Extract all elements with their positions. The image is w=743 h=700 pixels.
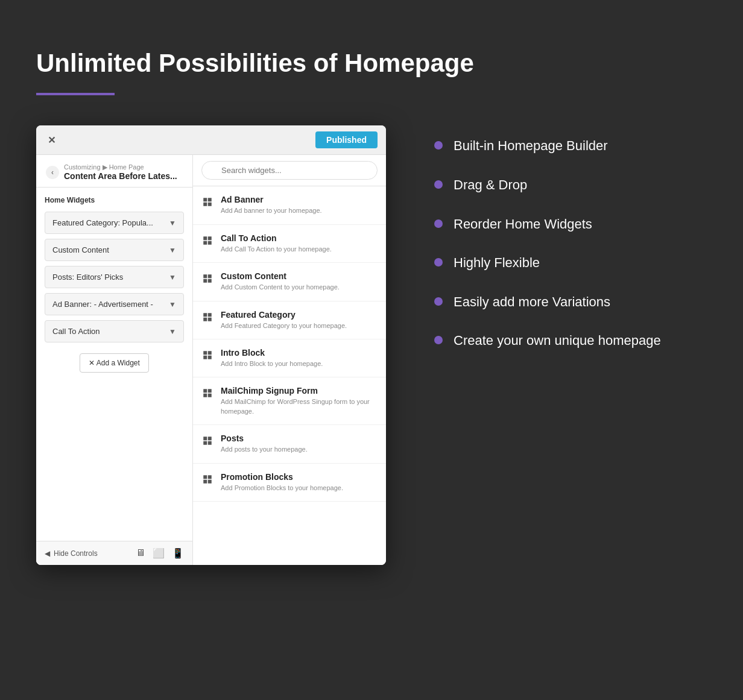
svg-rect-29 [208, 475, 212, 479]
chevron-down-icon: ▼ [169, 246, 176, 254]
widget-item-label: Featured Category: Popula... [52, 218, 153, 227]
widget-list-name: MailChimp Signup Form [221, 386, 378, 396]
feature-bullet [434, 258, 443, 266]
widget-list-icon [201, 473, 213, 485]
chevron-down-icon: ▼ [169, 219, 176, 227]
left-panel-content: Home Widgets Featured Category: Popula..… [36, 188, 192, 541]
widget-list-desc: Add Featured Category to your homepage. [221, 321, 347, 330]
widget-list-item[interactable]: Ad Banner Add Ad banner to your homepage… [193, 186, 386, 224]
widget-item[interactable]: Custom Content ▼ [45, 239, 184, 261]
svg-rect-19 [208, 356, 212, 359]
widget-list-icon [201, 273, 213, 285]
feature-item: Built-in Homepage Builder [434, 137, 707, 155]
hide-controls-button[interactable]: ◀ Hide Controls [45, 549, 98, 558]
search-bar: 🔍 [193, 155, 386, 186]
feature-item: Highly Flexible [434, 254, 707, 272]
title-underline [36, 93, 115, 95]
widget-list-desc: Add Call To Action to your homepage. [221, 245, 332, 254]
footer-icons: 🖥 ⬜ 📱 [136, 547, 184, 559]
widget-list-name: Intro Block [221, 348, 323, 358]
feature-item: Easily add more Variations [434, 294, 707, 311]
feature-text: Highly Flexible [454, 254, 540, 272]
svg-rect-2 [203, 203, 207, 206]
widget-item[interactable]: Posts: Editors' Picks ▼ [45, 266, 184, 288]
widget-list-text: Custom Content Add Custom Content to you… [221, 271, 340, 292]
published-button[interactable]: Published [315, 131, 378, 148]
widget-list-text: Call To Action Add Call To Action to you… [221, 233, 332, 254]
widget-list-text: Featured Category Add Featured Category … [221, 310, 347, 330]
svg-rect-7 [208, 241, 212, 245]
svg-rect-6 [203, 241, 207, 245]
feature-text: Easily add more Variations [454, 294, 610, 311]
left-panel-footer: ◀ Hide Controls 🖥 ⬜ 📱 [36, 541, 192, 565]
mobile-icon[interactable]: 📱 [172, 547, 184, 559]
widget-list-text: Ad Banner Add Ad banner to your homepage… [221, 195, 322, 215]
desktop-icon[interactable]: 🖥 [136, 547, 145, 559]
widget-list-name: Promotion Blocks [221, 472, 343, 482]
svg-rect-31 [208, 479, 212, 483]
feature-item: Create your own unique homepage [434, 332, 707, 350]
widget-list-text: Intro Block Add Intro Block to your home… [221, 348, 323, 368]
svg-rect-18 [203, 356, 207, 359]
widget-item[interactable]: Call To Action ▼ [45, 320, 184, 342]
widget-list-desc: Add Intro Block to your homepage. [221, 359, 323, 368]
back-arrow-button[interactable]: ‹ [46, 166, 59, 179]
tablet-icon[interactable]: ⬜ [153, 547, 165, 559]
svg-rect-20 [203, 389, 207, 393]
feature-bullet [434, 141, 443, 150]
feature-bullet [434, 336, 443, 344]
widget-list-desc: Add MailChimp for WordPress Singup form … [221, 397, 378, 416]
breadcrumb-info: Customizing ▶ Home Page Content Area Bef… [64, 163, 177, 181]
hide-controls-arrow-icon: ◀ [45, 549, 50, 558]
widget-list-text: MailChimp Signup Form Add MailChimp for … [221, 386, 378, 416]
search-wrapper: 🔍 [201, 161, 378, 180]
widget-list-item[interactable]: Promotion Blocks Add Promotion Blocks to… [193, 464, 386, 502]
widget-item[interactable]: Featured Category: Popula... ▼ [45, 212, 184, 234]
search-input[interactable] [201, 161, 378, 180]
page-wrapper: Unlimited Possibilities of Homepage ✕ Pu… [0, 0, 743, 613]
widget-item-label: Ad Banner: - Advertisement - [52, 300, 153, 309]
add-widget-wrapper: ✕ Add a Widget [45, 347, 184, 379]
feature-text: Create your own unique homepage [454, 332, 661, 350]
svg-rect-22 [203, 394, 207, 397]
feature-bullet [434, 297, 443, 306]
widget-list-name: Featured Category [221, 310, 347, 320]
svg-rect-10 [203, 279, 207, 283]
widget-item-label: Custom Content [52, 245, 109, 254]
widget-item[interactable]: Ad Banner: - Advertisement - ▼ [45, 293, 184, 315]
svg-rect-4 [203, 236, 207, 240]
widget-list-item[interactable]: Posts Add posts to your homepage. [193, 425, 386, 463]
home-widgets-label: Home Widgets [45, 196, 184, 204]
widget-list-name: Ad Banner [221, 195, 322, 204]
svg-rect-28 [203, 475, 207, 479]
svg-rect-30 [203, 479, 207, 483]
widget-list-item[interactable]: Intro Block Add Intro Block to your home… [193, 339, 386, 377]
svg-rect-26 [203, 441, 207, 445]
svg-rect-11 [208, 279, 212, 283]
svg-rect-15 [208, 317, 212, 321]
widget-list-name: Custom Content [221, 271, 340, 281]
svg-rect-24 [203, 437, 207, 440]
breadcrumb: Customizing ▶ Home Page [64, 163, 177, 171]
widget-list-icon [201, 235, 213, 247]
features-list: Built-in Homepage Builder Drag & Drop Re… [422, 125, 707, 371]
feature-item: Drag & Drop [434, 177, 707, 194]
chevron-down-icon: ▼ [169, 327, 176, 336]
close-button[interactable]: ✕ [45, 133, 58, 147]
widget-items-container: Featured Category: Popula... ▼ Custom Co… [45, 212, 184, 342]
svg-rect-9 [208, 274, 212, 278]
widget-list-item[interactable]: Custom Content Add Custom Content to you… [193, 263, 386, 301]
browser-mockup: ✕ Published ‹ Customizing ▶ Home Page Co… [36, 125, 386, 565]
feature-bullet [434, 180, 443, 189]
svg-rect-13 [208, 313, 212, 317]
add-widget-button[interactable]: ✕ Add a Widget [80, 353, 149, 373]
widget-list-item[interactable]: MailChimp Signup Form Add MailChimp for … [193, 377, 386, 425]
widget-list-icon [201, 435, 213, 447]
feature-item: Reorder Home Widgets [434, 216, 707, 233]
widget-item-label: Call To Action [52, 327, 100, 336]
widget-list-item[interactable]: Call To Action Add Call To Action to you… [193, 225, 386, 263]
svg-rect-8 [203, 274, 207, 278]
svg-rect-0 [203, 198, 207, 202]
svg-rect-14 [203, 317, 207, 321]
widget-list-item[interactable]: Featured Category Add Featured Category … [193, 301, 386, 339]
